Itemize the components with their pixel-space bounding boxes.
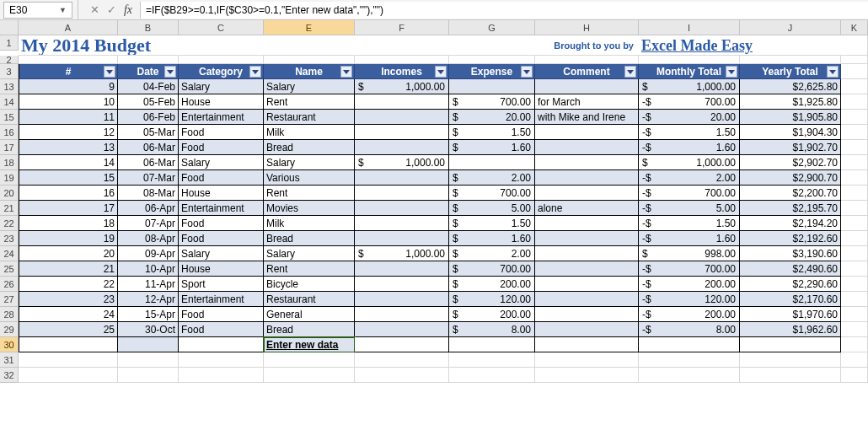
cell-comment[interactable]: [535, 231, 639, 246]
cell[interactable]: [355, 352, 449, 368]
cell-monthly[interactable]: -$120.00: [639, 292, 740, 307]
cell-date[interactable]: 15-Apr: [118, 307, 179, 322]
cell-monthly[interactable]: -$2.00: [639, 170, 740, 186]
cell-name[interactable]: General: [264, 307, 355, 322]
cell-expense[interactable]: $1.60: [449, 231, 535, 246]
cell-num[interactable]: 24: [19, 307, 118, 322]
cell-name[interactable]: Bicycle: [264, 277, 355, 292]
cell-category[interactable]: Food: [179, 216, 264, 231]
cell-name[interactable]: Rent: [264, 186, 355, 201]
row-header[interactable]: 29: [0, 322, 19, 337]
cell-yearly[interactable]: $2,200.70: [740, 186, 841, 201]
cell-expense[interactable]: $1.50: [449, 216, 535, 231]
filter-icon[interactable]: [164, 66, 176, 78]
cell-num[interactable]: 23: [19, 292, 118, 307]
row-header[interactable]: 27: [0, 292, 19, 307]
cell-category[interactable]: Entertainment: [179, 201, 264, 216]
cell-monthly[interactable]: -$20.00: [639, 110, 740, 125]
cell-comment[interactable]: for March: [535, 94, 639, 110]
row-header[interactable]: 21: [0, 201, 19, 216]
chevron-down-icon[interactable]: ▼: [59, 6, 67, 14]
cell[interactable]: [179, 337, 264, 352]
cell-incomes[interactable]: [355, 277, 449, 292]
row-header[interactable]: 20: [0, 186, 19, 201]
cell-category[interactable]: Salary: [179, 155, 264, 170]
col-header[interactable]: C: [179, 20, 264, 35]
filter-icon[interactable]: [104, 66, 115, 78]
col-header[interactable]: H: [535, 20, 639, 35]
cell-monthly[interactable]: -$200.00: [639, 277, 740, 292]
row-header[interactable]: 1: [0, 35, 19, 51]
cell[interactable]: [535, 352, 639, 368]
cell-yearly[interactable]: $2,900.70: [740, 170, 841, 186]
cell-num[interactable]: 25: [19, 322, 118, 337]
cell-date[interactable]: 05-Feb: [118, 94, 179, 110]
cell[interactable]: [740, 337, 841, 352]
cell-comment[interactable]: [535, 170, 639, 186]
cell-category[interactable]: House: [179, 261, 264, 277]
cell-expense[interactable]: [449, 155, 535, 170]
header-name[interactable]: Name: [264, 64, 355, 79]
cell-category[interactable]: Sport: [179, 277, 264, 292]
filter-icon[interactable]: [435, 66, 447, 78]
cell-yearly[interactable]: $1,970.60: [740, 307, 841, 322]
cell-incomes[interactable]: [355, 322, 449, 337]
cell-comment[interactable]: with Mike and Irene: [535, 110, 639, 125]
excel-made-easy-link[interactable]: Excel Made Easy: [639, 35, 868, 56]
row-header[interactable]: 32: [0, 368, 19, 383]
cell-yearly[interactable]: $3,190.60: [740, 246, 841, 261]
cell-date[interactable]: 06-Feb: [118, 110, 179, 125]
cell-monthly[interactable]: -$700.00: [639, 186, 740, 201]
cell-date[interactable]: 06-Mar: [118, 155, 179, 170]
cell-num[interactable]: 17: [19, 201, 118, 216]
cell[interactable]: [639, 352, 740, 368]
cell-expense[interactable]: $1.50: [449, 125, 535, 140]
cell-comment[interactable]: [535, 292, 639, 307]
row-header[interactable]: 23: [0, 231, 19, 246]
col-header[interactable]: B: [118, 20, 179, 35]
cell-yearly[interactable]: $2,192.60: [740, 231, 841, 246]
cell-date[interactable]: 04-Feb: [118, 79, 179, 94]
cell-category[interactable]: Food: [179, 322, 264, 337]
cell[interactable]: [535, 337, 639, 352]
cell-date[interactable]: 09-Apr: [118, 246, 179, 261]
row-header[interactable]: 25: [0, 261, 19, 277]
cell-num[interactable]: 18: [19, 216, 118, 231]
cell-comment[interactable]: [535, 277, 639, 292]
cell-category[interactable]: House: [179, 94, 264, 110]
col-header[interactable]: E: [264, 20, 355, 35]
cell-expense[interactable]: $200.00: [449, 307, 535, 322]
cell-date[interactable]: 06-Mar: [118, 140, 179, 155]
cell-category[interactable]: Salary: [179, 246, 264, 261]
cell-yearly[interactable]: $2,625.80: [740, 79, 841, 94]
cell-expense[interactable]: $1.60: [449, 140, 535, 155]
cell[interactable]: [639, 368, 740, 383]
col-header[interactable]: G: [449, 20, 535, 35]
cell-monthly[interactable]: -$8.00: [639, 322, 740, 337]
cell-name[interactable]: Movies: [264, 201, 355, 216]
cell-num[interactable]: 20: [19, 246, 118, 261]
cell-category[interactable]: Food: [179, 125, 264, 140]
cell-monthly[interactable]: -$1.50: [639, 125, 740, 140]
cell-num[interactable]: 12: [19, 125, 118, 140]
cell-incomes[interactable]: [355, 186, 449, 201]
cell-yearly[interactable]: $1,905.80: [740, 110, 841, 125]
cell[interactable]: [264, 352, 355, 368]
cell-incomes[interactable]: [355, 170, 449, 186]
header-comment[interactable]: Comment: [535, 64, 639, 79]
fx-icon[interactable]: fx: [120, 2, 137, 19]
cell-yearly[interactable]: $1,925.80: [740, 94, 841, 110]
cell-yearly[interactable]: $1,904.30: [740, 125, 841, 140]
cell-expense[interactable]: $200.00: [449, 277, 535, 292]
row-header[interactable]: 13: [0, 79, 19, 94]
cell-category[interactable]: Food: [179, 170, 264, 186]
cell-num[interactable]: 16: [19, 186, 118, 201]
name-box[interactable]: E30 ▼: [3, 2, 72, 19]
cell-incomes[interactable]: [355, 125, 449, 140]
row-header[interactable]: 31: [0, 352, 19, 368]
formula-input[interactable]: [140, 2, 868, 19]
cell-name[interactable]: Salary: [264, 155, 355, 170]
cell[interactable]: [449, 337, 535, 352]
cell-date[interactable]: 10-Apr: [118, 261, 179, 277]
select-all-corner[interactable]: [0, 20, 19, 35]
